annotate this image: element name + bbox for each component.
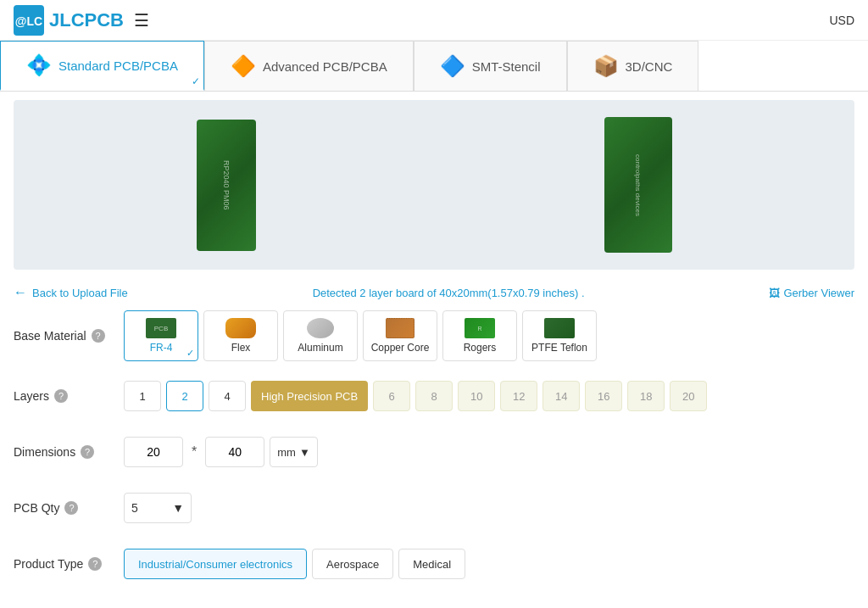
gerber-viewer-link[interactable]: 🖼 Gerber Viewer: [769, 287, 854, 299]
pcb-qty-value: 5: [131, 501, 138, 515]
ptfe-label: PTFE Teflon: [531, 342, 587, 354]
smt-tab-label: SMT-Stencil: [472, 59, 541, 74]
layer-1-btn[interactable]: 1: [124, 381, 161, 411]
gerber-viewer-icon: 🖼: [769, 287, 780, 299]
base-material-controls: PCB FR-4 ✓ Flex Aluminum Copper Core: [124, 310, 597, 361]
back-row: ← Back to Upload File Detected 2 layer b…: [0, 278, 868, 307]
layer-18-btn[interactable]: 18: [627, 381, 665, 411]
logo-icon: @LC: [14, 5, 44, 36]
options-section: Base Material ? PCB FR-4 ✓ Flex Aluminum: [0, 307, 868, 608]
header-left: @LC JLCPCB ☰: [14, 5, 149, 36]
back-to-upload-link[interactable]: ← Back to Upload File: [14, 285, 128, 300]
3dcnc-tab-icon: 📦: [593, 54, 619, 78]
dimension-width-input[interactable]: [124, 437, 183, 467]
flex-icon: [225, 318, 256, 338]
copper-icon: [386, 318, 415, 338]
material-ptfe-btn[interactable]: PTFE Teflon: [522, 310, 597, 361]
pcb-qty-select[interactable]: 5 ▼: [124, 493, 192, 523]
pcb-board-left: RP2040 PM06: [197, 120, 256, 251]
layer-10-btn[interactable]: 10: [458, 381, 495, 411]
pcb-qty-controls: 5 ▼: [124, 493, 192, 523]
layer-6-btn[interactable]: 6: [373, 381, 410, 411]
product-type-controls: Industrial/Consumer electronics Aerospac…: [124, 549, 465, 579]
pcb-qty-arrow-icon: ▼: [172, 501, 184, 515]
copper-label: Copper Core: [371, 342, 430, 354]
material-rogers-btn[interactable]: R Rogers: [442, 310, 517, 361]
dimension-separator: *: [188, 444, 200, 460]
material-copper-btn[interactable]: Copper Core: [363, 310, 437, 361]
3dcnc-tab-label: 3D/CNC: [626, 59, 673, 74]
layers-row: Layers ? 1 2 4 High Precision PCB 6 8 10: [14, 375, 854, 417]
product-type-help-icon[interactable]: ?: [88, 557, 102, 571]
back-arrow-icon: ←: [14, 285, 27, 300]
tab-advanced[interactable]: 🔶 Advanced PCB/PCBA: [204, 41, 414, 91]
dimensions-row: Dimensions ? * mm ▼: [14, 431, 854, 473]
pcb-preview: RP2040 PM06 controlpaths devices: [14, 100, 854, 270]
pcb-qty-help-icon[interactable]: ?: [64, 501, 78, 515]
gerber-viewer-label: Gerber Viewer: [783, 287, 854, 299]
pcb-qty-label: PCB Qty ?: [14, 501, 124, 515]
material-aluminum-btn[interactable]: Aluminum: [283, 310, 358, 361]
material-fr4-btn[interactable]: PCB FR-4 ✓: [124, 310, 198, 361]
layer-12-btn[interactable]: 12: [500, 381, 537, 411]
hamburger-icon[interactable]: ☰: [134, 10, 149, 31]
ptfe-icon: [544, 318, 575, 338]
svg-text:@LC: @LC: [15, 14, 42, 28]
product-type-medical-btn[interactable]: Medical: [398, 549, 465, 579]
layers-help-icon[interactable]: ?: [54, 389, 68, 403]
product-type-aerospace-btn[interactable]: Aerospace: [312, 549, 393, 579]
dimensions-controls: * mm ▼: [124, 437, 318, 467]
standard-tab-icon: 💠: [26, 53, 52, 77]
layer-20-btn[interactable]: 20: [670, 381, 707, 411]
base-material-label: Base Material ?: [14, 329, 124, 343]
aluminum-label: Aluminum: [298, 342, 342, 354]
logo: @LC JLCPCB: [14, 5, 124, 36]
pcb-board-right: controlpaths devices: [604, 117, 672, 253]
dimensions-label: Dimensions ?: [14, 445, 124, 459]
rogers-icon: R: [465, 318, 495, 338]
dimension-unit-arrow-icon: ▼: [299, 446, 310, 459]
layers-controls: 1 2 4 High Precision PCB 6 8 10 12 14: [124, 381, 707, 411]
logo-text: JLCPCB: [49, 9, 124, 31]
standard-tab-label: Standard PCB/PCBA: [58, 59, 178, 73]
dimensions-help-icon[interactable]: ?: [81, 445, 94, 459]
tab-standard[interactable]: 💠 Standard PCB/PCBA ✓: [0, 41, 204, 91]
fr4-label: FR-4: [150, 342, 173, 354]
product-type-row: Product Type ? Industrial/Consumer elect…: [14, 543, 854, 585]
dimension-height-input[interactable]: [205, 437, 264, 467]
layer-4-btn[interactable]: 4: [209, 381, 246, 411]
standard-tab-check: ✓: [192, 75, 200, 87]
layer-14-btn[interactable]: 14: [542, 381, 580, 411]
product-type-industrial-btn[interactable]: Industrial/Consumer electronics: [124, 549, 307, 579]
advanced-tab-label: Advanced PCB/PCBA: [263, 59, 387, 74]
base-material-help-icon[interactable]: ?: [92, 329, 105, 343]
fr4-check-icon: ✓: [186, 348, 194, 359]
smt-tab-icon: 🔷: [440, 54, 465, 78]
base-material-row: Base Material ? PCB FR-4 ✓ Flex Aluminum: [14, 310, 854, 361]
dimension-unit-select[interactable]: mm ▼: [270, 437, 318, 467]
rogers-label: Rogers: [464, 342, 497, 354]
nav-tabs: 💠 Standard PCB/PCBA ✓ 🔶 Advanced PCB/PCB…: [0, 41, 868, 92]
layer-16-btn[interactable]: 16: [585, 381, 622, 411]
advanced-tab-icon: 🔶: [231, 54, 256, 78]
header: @LC JLCPCB ☰ USD: [0, 0, 868, 41]
layer-2-btn[interactable]: 2: [166, 381, 203, 411]
back-to-upload-label: Back to Upload File: [32, 287, 128, 299]
pcb-board-right-label: controlpaths devices: [634, 154, 642, 216]
high-precision-pcb-btn[interactable]: High Precision PCB: [251, 381, 368, 411]
dimension-unit-label: mm: [277, 446, 296, 459]
tab-3dcnc[interactable]: 📦 3D/CNC: [567, 41, 699, 91]
pcb-board-left-label: RP2040 PM06: [222, 160, 231, 210]
detected-text: Detected 2 layer board of 40x20mm(1.57x0…: [313, 287, 585, 299]
pcb-qty-row: PCB Qty ? 5 ▼: [14, 487, 854, 529]
tab-smt[interactable]: 🔷 SMT-Stencil: [414, 41, 567, 91]
material-flex-btn[interactable]: Flex: [203, 310, 278, 361]
flex-label: Flex: [231, 342, 251, 354]
layers-label: Layers ?: [14, 389, 124, 403]
fr4-icon: PCB: [146, 318, 176, 338]
product-type-label: Product Type ?: [14, 557, 124, 571]
layer-8-btn[interactable]: 8: [415, 381, 453, 411]
aluminum-icon: [307, 318, 334, 338]
currency-display: USD: [829, 14, 854, 27]
